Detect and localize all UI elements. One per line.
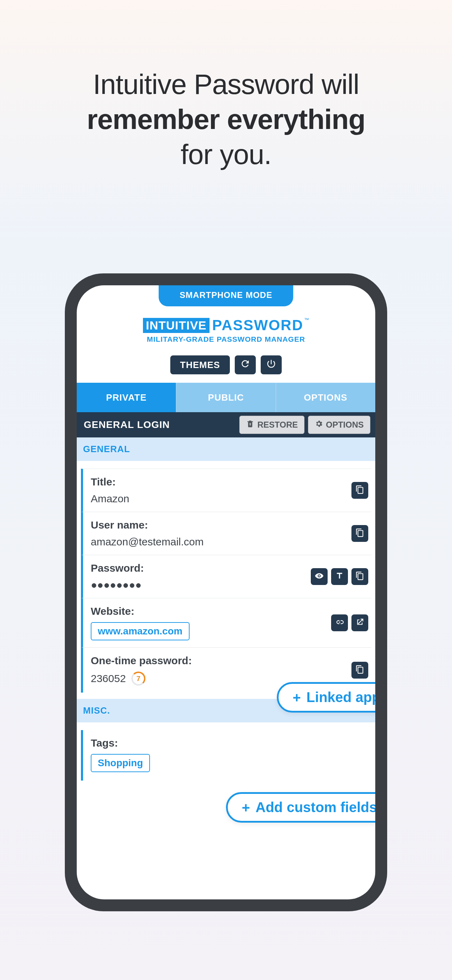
- hero-line-1: Intuitive Password will: [0, 68, 452, 100]
- title-label: Title:: [91, 476, 368, 488]
- mode-pill: SMARTPHONE MODE: [159, 285, 293, 306]
- copy-password-button[interactable]: [352, 568, 368, 585]
- website-label: Website:: [91, 605, 368, 617]
- username-value: amazon@testemail.com: [91, 536, 368, 548]
- misc-fields: Tags: Shopping: [77, 730, 375, 781]
- field-username: User name: amazon@testemail.com: [81, 512, 371, 555]
- copy-username-button[interactable]: [352, 525, 368, 542]
- power-icon: [266, 359, 277, 372]
- linked-apps-callout[interactable]: + Linked apps: [277, 682, 375, 713]
- logo-box: INTUITIVE: [143, 318, 209, 333]
- field-title: Title: Amazon: [81, 469, 371, 512]
- link-icon: [335, 617, 344, 628]
- copy-title-button[interactable]: [352, 482, 368, 499]
- refresh-button[interactable]: [235, 355, 256, 374]
- copy-icon: [355, 485, 364, 496]
- tag-chip[interactable]: Shopping: [91, 754, 150, 772]
- plus-icon: +: [293, 690, 301, 705]
- logo-subtitle: Military-Grade Password Manager: [77, 335, 375, 344]
- general-fields: Title: Amazon User name: amazon@testemai…: [77, 469, 375, 693]
- subheader-bar: GENERAL LOGIN RESTORE OPTIONS: [77, 412, 375, 438]
- tab-public[interactable]: PUBLIC: [176, 383, 275, 412]
- hero-headline: Intuitive Password will remember everyth…: [0, 0, 452, 171]
- open-website-button[interactable]: [352, 614, 368, 631]
- reveal-password-button[interactable]: [311, 568, 328, 585]
- field-password: Password: ●●●●●●●●: [81, 555, 371, 598]
- open-external-icon: [355, 617, 364, 628]
- phone-screen: SMARTPHONE MODE INTUITIVE PASSWORD™ Mili…: [77, 285, 375, 899]
- tags-label: Tags:: [91, 737, 368, 749]
- phone-frame: SMARTPHONE MODE INTUITIVE PASSWORD™ Mili…: [65, 274, 387, 911]
- otp-label: One-time password:: [91, 655, 368, 667]
- otp-timer: 7: [131, 671, 145, 686]
- website-link[interactable]: www.amazon.com: [91, 622, 189, 640]
- restore-button[interactable]: RESTORE: [239, 416, 304, 434]
- text-icon: [335, 571, 344, 582]
- options-button[interactable]: OPTIONS: [308, 416, 370, 434]
- app-logo: INTUITIVE PASSWORD™ Military-Grade Passw…: [77, 317, 375, 344]
- copy-link-button[interactable]: [331, 614, 348, 631]
- power-button[interactable]: [261, 355, 282, 374]
- copy-icon: [355, 665, 364, 675]
- eye-icon: [315, 571, 324, 582]
- copy-icon: [355, 571, 364, 582]
- copy-icon: [355, 528, 364, 539]
- refresh-icon: [240, 359, 250, 372]
- otp-value: 236052: [91, 673, 126, 684]
- copy-otp-button[interactable]: [352, 662, 368, 679]
- themes-button[interactable]: THEMES: [170, 355, 230, 374]
- logo-tm: ™: [304, 317, 309, 323]
- tab-options[interactable]: OPTIONS: [276, 383, 375, 412]
- restore-label: RESTORE: [257, 420, 298, 430]
- field-website: Website: www.amazon.com: [81, 598, 371, 648]
- section-general: GENERAL: [77, 438, 375, 461]
- plus-icon: +: [242, 800, 250, 815]
- options-label: OPTIONS: [326, 420, 364, 430]
- field-tags: Tags: Shopping: [81, 730, 371, 781]
- linked-apps-label: Linked apps: [307, 689, 375, 705]
- top-toolbar: THEMES: [77, 355, 375, 374]
- main-tabs: PRIVATE PUBLIC OPTIONS: [77, 383, 375, 412]
- large-text-button[interactable]: [331, 568, 348, 585]
- gear-icon: [315, 420, 323, 430]
- title-value: Amazon: [91, 493, 368, 505]
- hero-line-3: for you.: [0, 138, 452, 171]
- username-label: User name:: [91, 519, 368, 531]
- logo-word: PASSWORD: [212, 317, 304, 333]
- hero-line-2: remember everything: [0, 103, 452, 136]
- subheader-title: GENERAL LOGIN: [82, 419, 236, 430]
- add-custom-fields-callout[interactable]: + Add custom fields: [226, 792, 375, 822]
- add-custom-fields-label: Add custom fields: [255, 800, 375, 815]
- trash-restore-icon: [246, 420, 255, 430]
- tab-private[interactable]: PRIVATE: [77, 383, 176, 412]
